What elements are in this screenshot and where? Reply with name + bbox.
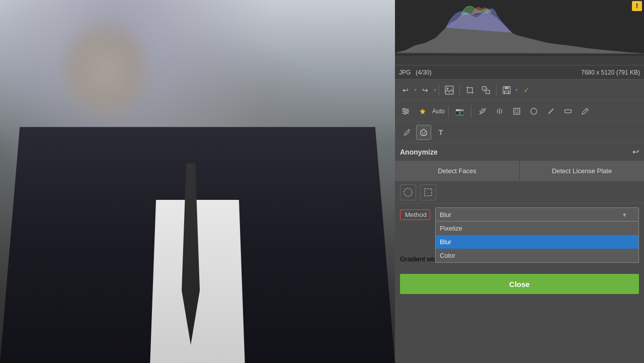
redo-button[interactable]: ↪ — [418, 83, 433, 98]
svg-point-31 — [425, 131, 426, 132]
svg-rect-28 — [565, 110, 571, 113]
frame-button[interactable] — [509, 104, 524, 119]
line-button[interactable] — [543, 104, 558, 119]
svg-marker-18 — [420, 108, 426, 114]
separator-1 — [439, 84, 439, 96]
method-option-pixelize[interactable]: Pixelize — [436, 222, 638, 235]
sliders-button[interactable] — [398, 104, 413, 119]
separator-t2-1 — [448, 105, 449, 117]
text-button[interactable]: T — [433, 125, 448, 140]
svg-point-3 — [447, 88, 449, 90]
image-button[interactable] — [442, 83, 457, 98]
separator-2 — [459, 84, 460, 96]
mask-button[interactable] — [416, 125, 431, 140]
method-select-display[interactable]: Blur ▾ — [435, 207, 639, 222]
detect-buttons-row: Detect Faces Detect License Plate — [395, 161, 644, 181]
rect-shape-icon — [423, 187, 433, 197]
brush-icon — [403, 128, 411, 136]
svg-point-19 — [481, 108, 483, 110]
shape-tools-row — [395, 181, 644, 203]
undo-button[interactable]: ↩ — [398, 83, 413, 98]
method-label: Method — [400, 209, 430, 220]
ellipse-shape-icon — [403, 187, 413, 197]
line-icon — [547, 107, 555, 115]
separator-t2-2 — [471, 105, 471, 117]
svg-rect-9 — [505, 87, 509, 89]
method-option-color[interactable]: Color — [436, 249, 638, 262]
file-dimensions: 7680 x 5120 (791 KB) — [581, 69, 640, 76]
save-button[interactable] — [499, 83, 514, 98]
file-position: (4/30) — [416, 69, 431, 76]
toolbar-undo-redo: ↩ ▾ ↪ ▾ — [395, 80, 644, 101]
brush-button[interactable] — [399, 125, 414, 140]
pencil-icon — [581, 107, 589, 115]
anonymize-title: Anonymize — [400, 148, 438, 156]
method-current-value: Blur — [440, 211, 451, 219]
close-button[interactable]: Close — [400, 274, 639, 294]
method-option-blur[interactable]: Blur — [436, 235, 638, 249]
right-panel: ! JPG (4/30) 7680 x 5120 (791 KB) ↩ ▾ ↪ … — [395, 0, 644, 363]
dropdown-arrow: ▾ — [623, 211, 626, 219]
mask-icon — [420, 128, 428, 136]
svg-rect-11 — [505, 91, 508, 93]
detect-faces-button[interactable]: Detect Faces — [395, 161, 519, 181]
lines-button[interactable] — [492, 104, 507, 119]
face-blur-effect — [55, 15, 156, 125]
separator-3 — [496, 84, 497, 96]
image-area — [0, 0, 395, 363]
pen-tool-icon — [478, 107, 487, 115]
frame-icon — [513, 107, 521, 115]
transform-button[interactable] — [478, 83, 494, 98]
rect-shape-button[interactable] — [420, 184, 436, 200]
svg-line-27 — [548, 109, 553, 114]
svg-rect-25 — [515, 110, 518, 113]
svg-point-20 — [479, 110, 481, 112]
histogram-chart — [395, 0, 644, 55]
svg-rect-5 — [486, 90, 490, 94]
text-icon: T — [438, 128, 443, 136]
svg-rect-4 — [482, 87, 486, 90]
redo-arrow[interactable]: ▾ — [434, 87, 436, 93]
sliders-icon — [401, 107, 410, 116]
toolbar-tools: Auto 📷 — [395, 101, 644, 122]
save-icon — [502, 86, 511, 95]
method-select-container: Blur ▾ Pixelize Blur Color — [435, 207, 639, 222]
svg-point-32 — [404, 188, 412, 196]
method-row: Method Blur ▾ Pixelize Blur Color — [395, 203, 644, 226]
detect-plate-button[interactable]: Detect License Plate — [519, 161, 644, 181]
file-format: JPG (4/30) — [399, 69, 432, 76]
toolbar-brush: T — [395, 122, 644, 143]
file-info-bar: JPG (4/30) 7680 x 5120 (791 KB) — [395, 65, 644, 80]
svg-line-29 — [586, 109, 587, 111]
pen-tool-button[interactable] — [475, 104, 490, 119]
checkmark-button[interactable]: ✓ — [519, 83, 534, 98]
auto-text[interactable]: Auto — [432, 108, 445, 115]
crop-icon — [465, 86, 474, 95]
lines-icon — [496, 107, 504, 115]
camera-button[interactable]: 📷 — [452, 104, 467, 119]
rect-icon — [564, 107, 572, 115]
rect-button[interactable] — [560, 104, 576, 119]
ellipse-icon — [530, 107, 538, 115]
svg-point-17 — [404, 112, 406, 114]
crop-button[interactable] — [462, 83, 477, 98]
svg-point-16 — [406, 110, 408, 112]
auto-star-icon — [419, 108, 426, 115]
ellipse-shape-button[interactable] — [400, 184, 416, 200]
pencil-button[interactable] — [578, 104, 593, 119]
anonymize-header: Anonymize ↩ — [395, 143, 644, 161]
back-button[interactable]: ↩ — [632, 147, 639, 157]
warning-icon: ! — [632, 1, 642, 11]
svg-rect-33 — [425, 189, 432, 196]
histogram-area: ! — [395, 0, 644, 65]
method-dropdown: Pixelize Blur Color — [435, 222, 639, 263]
image-icon — [445, 86, 454, 95]
svg-rect-24 — [514, 108, 520, 114]
save-arrow[interactable]: ▾ — [515, 87, 518, 93]
undo-arrow[interactable]: ▾ — [414, 87, 417, 93]
ellipse-button[interactable] — [526, 104, 541, 119]
anonymize-section: Anonymize ↩ Detect Faces Detect License … — [395, 143, 644, 363]
format-label: JPG — [399, 69, 411, 76]
transform-icon — [481, 86, 491, 95]
auto-label-button[interactable] — [415, 104, 430, 119]
